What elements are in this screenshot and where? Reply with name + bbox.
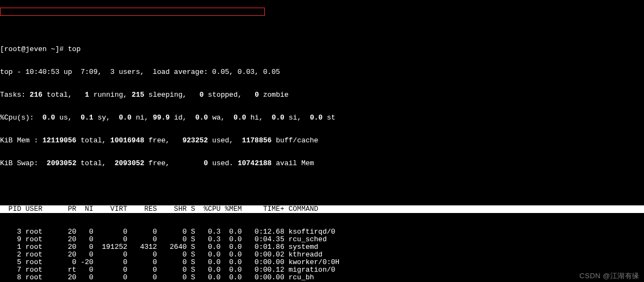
table-row: 3 root 20 0 0 0 0 S 0.3 0.0 0:12.68 ksof…: [0, 228, 644, 236]
c12: hi,: [250, 114, 271, 122]
m3: 10016948: [110, 136, 148, 145]
s1: 2093052: [47, 159, 81, 167]
t9: 0: [255, 91, 263, 99]
t7: 0: [200, 91, 208, 99]
c4: sy,: [97, 114, 119, 122]
c11: 0.0: [233, 114, 250, 122]
table-row: 1 root 20 0 191252 4312 2640 S 0.0 0.0 0…: [0, 243, 644, 251]
c15: 0.0: [310, 114, 327, 122]
c7: 99.9: [153, 114, 174, 122]
m7: 1178856: [242, 136, 276, 145]
table-row: 9 root 20 0 0 0 0 S 0.3 0.0 0:04.35 rcu_…: [0, 236, 644, 243]
s5: 0: [204, 159, 213, 167]
blank-line: [0, 183, 644, 190]
m2: total,: [81, 136, 110, 145]
m5: 923252: [182, 136, 212, 145]
s2: total,: [81, 159, 114, 167]
t8: stopped,: [208, 91, 255, 99]
m4: free,: [148, 136, 182, 145]
s7: 10742188: [238, 159, 276, 167]
t6: sleeping,: [148, 91, 200, 99]
table-row: 2 root 20 0 0 0 0 S 0.0 0.0 0:00.02 kthr…: [0, 251, 644, 259]
c6: ni,: [136, 114, 153, 122]
t3: 1: [85, 91, 94, 99]
column-header-wrap: PID USER PR NI VIRT RES SHR S %CPU %MEM …: [0, 205, 644, 213]
top-summary-line: top - 10:40:53 up 7:09, 3 users, load av…: [0, 68, 644, 76]
c0: %Cpu(s):: [0, 114, 42, 122]
s4: free,: [148, 159, 203, 167]
cpu-line: %Cpu(s): 0.0 us, 0.1 sy, 0.0 ni, 99.9 id…: [0, 114, 644, 122]
c9: 0.0: [195, 114, 212, 122]
process-list: 3 root 20 0 0 0 0 S 0.3 0.0 0:12.68 ksof…: [0, 228, 644, 282]
t5: 215: [132, 91, 148, 99]
c13: 0.0: [271, 114, 288, 122]
m8: buff/cache: [276, 136, 318, 145]
table-row: 8 root 20 0 0 0 0 S 0.0 0.0 0:00.00 rcu_…: [0, 274, 644, 281]
t2: total,: [47, 91, 85, 99]
c2: us,: [59, 114, 81, 122]
annotation-highlight: [0, 8, 265, 16]
tasks-line: Tasks: 216 total, 1 running, 215 sleepin…: [0, 91, 644, 99]
c16: st: [327, 114, 336, 122]
column-header: PID USER PR NI VIRT RES SHR S %CPU %MEM …: [0, 205, 644, 213]
table-row: 5 root 0 -20 0 0 0 S 0.0 0.0 0:00.00 kwo…: [0, 259, 644, 266]
t0: Tasks:: [0, 91, 30, 99]
c8: id,: [174, 114, 195, 122]
s0: KiB Swap:: [0, 159, 47, 167]
shell-prompt: [root@jeven ~]# top: [0, 46, 644, 53]
t10: zombie: [263, 91, 289, 99]
c1: 0.0: [42, 114, 59, 122]
c3: 0.1: [81, 114, 97, 122]
t4: running,: [94, 91, 132, 99]
mem-line: KiB Mem : 12119056 total, 10016948 free,…: [0, 137, 644, 145]
table-row: 7 root rt 0 0 0 0 S 0.0 0.0 0:00.12 migr…: [0, 266, 644, 274]
s6: used.: [212, 159, 238, 167]
m6: used,: [212, 136, 242, 145]
c5: 0.0: [119, 114, 135, 122]
m0: KiB Mem :: [0, 136, 42, 145]
t1: 216: [30, 91, 47, 99]
s3: 2093052: [115, 159, 148, 167]
s8: avail Mem: [276, 159, 318, 167]
terminal[interactable]: [root@jeven ~]# top top - 10:40:53 up 7:…: [0, 30, 644, 282]
c14: si,: [289, 114, 310, 122]
swap-line: KiB Swap: 2093052 total, 2093052 free, 0…: [0, 160, 644, 167]
m1: 12119056: [42, 136, 81, 145]
c10: wa,: [212, 114, 233, 122]
